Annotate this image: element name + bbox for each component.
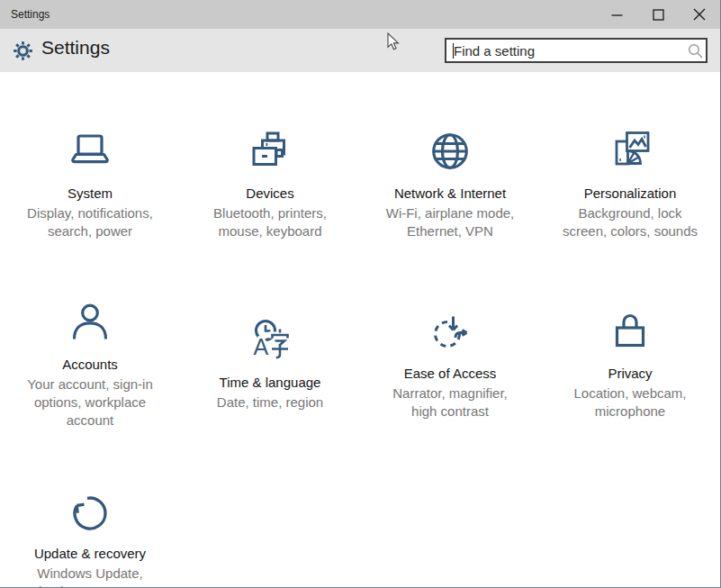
printer-icon bbox=[248, 130, 292, 173]
tile-title: Accounts bbox=[62, 356, 118, 374]
tile-title: Ease of Access bbox=[404, 365, 497, 383]
close-icon bbox=[693, 8, 706, 21]
refresh-icon bbox=[68, 490, 112, 533]
tile-update-recovery[interactable]: Update & recovery Windows Update, backup… bbox=[0, 455, 180, 588]
tile-subtitle: Narrator, magnifier, high contrast bbox=[365, 384, 536, 421]
titlebar[interactable]: Settings bbox=[0, 0, 720, 29]
tile-title: Devices bbox=[246, 185, 293, 203]
text-caret bbox=[453, 43, 454, 59]
ease-of-access-icon bbox=[428, 310, 472, 353]
close-button[interactable] bbox=[679, 0, 720, 29]
gear-icon bbox=[13, 41, 33, 65]
page-title: Settings bbox=[41, 37, 110, 59]
tile-subtitle: Background, lock screen, colors, sounds bbox=[545, 204, 716, 240]
search-box[interactable] bbox=[445, 38, 707, 63]
picture-fan-icon bbox=[608, 130, 652, 173]
person-icon bbox=[68, 301, 112, 344]
tile-devices[interactable]: Devices Bluetooth, printers, mouse, keyb… bbox=[180, 95, 360, 275]
tile-subtitle: Display, notifications, search, power bbox=[5, 204, 176, 240]
tile-subtitle: Location, webcam, microphone bbox=[545, 384, 716, 421]
tile-title: System bbox=[68, 185, 113, 203]
lock-icon bbox=[608, 310, 652, 353]
clock-language-icon: A bbox=[248, 319, 292, 362]
search-icon[interactable] bbox=[684, 40, 706, 61]
window-title: Settings bbox=[0, 8, 50, 21]
minimize-icon bbox=[611, 9, 623, 21]
tile-subtitle: Date, time, region bbox=[185, 394, 356, 412]
tile-subtitle: Windows Update, backup, recovery bbox=[5, 565, 176, 588]
svg-text:A: A bbox=[254, 334, 269, 359]
tile-title: Network & Internet bbox=[394, 185, 506, 203]
globe-icon bbox=[428, 130, 472, 173]
tile-ease-of-access[interactable]: Ease of Access Narrator, magnifier, high… bbox=[360, 275, 540, 455]
maximize-button[interactable] bbox=[637, 0, 679, 29]
search-input[interactable] bbox=[446, 40, 684, 61]
tile-title: Privacy bbox=[608, 365, 652, 383]
settings-home: System Display, notifications, search, p… bbox=[0, 72, 720, 588]
tile-system[interactable]: System Display, notifications, search, p… bbox=[0, 95, 180, 275]
settings-window: { "window": { "title": "Settings" }, "he… bbox=[0, 0, 721, 588]
laptop-icon bbox=[68, 130, 112, 173]
tile-accounts[interactable]: Accounts Your account, sign-in options, … bbox=[0, 275, 180, 455]
tile-title: Personalization bbox=[584, 185, 677, 203]
tiles-grid: System Display, notifications, search, p… bbox=[0, 95, 720, 588]
tile-subtitle: Your account, sign-in options, workplace… bbox=[5, 375, 176, 430]
tile-privacy[interactable]: Privacy Location, webcam, microphone bbox=[540, 275, 720, 455]
tile-time-language[interactable]: A Time & language Date, time, region bbox=[180, 275, 360, 455]
tile-network[interactable]: Network & Internet Wi-Fi, airplane mode,… bbox=[360, 95, 540, 275]
maximize-icon bbox=[653, 9, 664, 21]
tile-subtitle: Bluetooth, printers, mouse, keyboard bbox=[185, 204, 356, 240]
caption-buttons bbox=[596, 0, 720, 29]
tile-subtitle: Wi-Fi, airplane mode, Ethernet, VPN bbox=[365, 204, 536, 240]
tile-personalization[interactable]: Personalization Background, lock screen,… bbox=[540, 95, 720, 275]
app-header: Settings bbox=[0, 29, 720, 72]
tile-title: Update & recovery bbox=[34, 545, 146, 563]
tile-title: Time & language bbox=[220, 374, 321, 392]
minimize-button[interactable] bbox=[596, 0, 637, 29]
